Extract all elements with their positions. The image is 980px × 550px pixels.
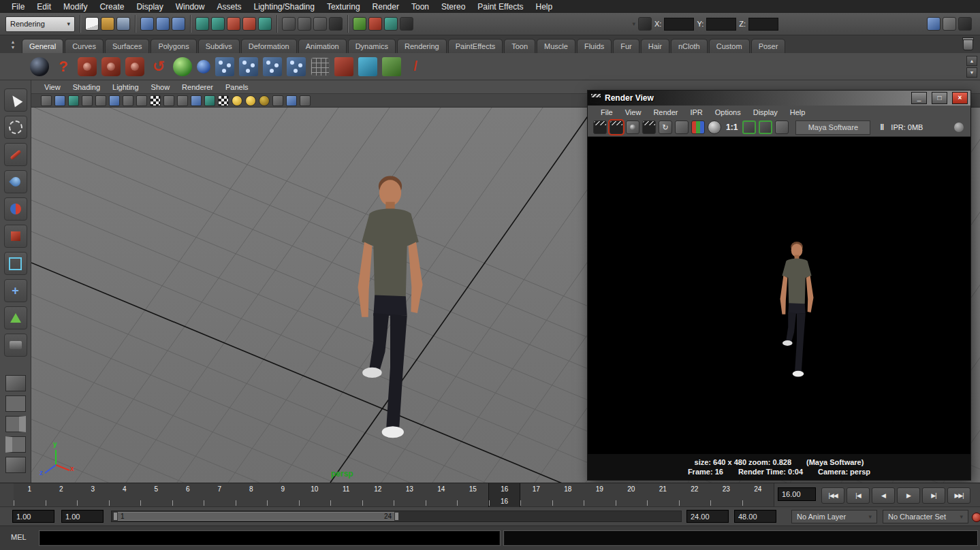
- render-view-menu-item[interactable]: IPR: [684, 108, 708, 116]
- select-object-icon[interactable]: [156, 17, 170, 31]
- image-plane-icon[interactable]: [68, 95, 79, 106]
- paint-select-tool-icon[interactable]: [4, 143, 27, 166]
- snap-to-projected-center-icon[interactable]: [242, 17, 256, 31]
- menu-item[interactable]: Display: [130, 2, 169, 12]
- shelf-scroll-up-icon[interactable]: ▲: [966, 56, 977, 66]
- timeline-frame-cell[interactable]: 6: [172, 483, 204, 507]
- exposure-icon[interactable]: [300, 95, 311, 106]
- panel-menu-item[interactable]: Lighting: [106, 83, 145, 91]
- xray-display-icon[interactable]: [286, 95, 297, 106]
- panel-menu-item[interactable]: Shading: [67, 83, 106, 91]
- menu-item[interactable]: Lighting/Shading: [247, 2, 320, 12]
- range-slider-trough[interactable]: 1 24: [111, 511, 682, 522]
- mel-script-toggle[interactable]: MEL: [11, 533, 27, 541]
- menu-item[interactable]: Window: [170, 2, 211, 12]
- show-channel-box-icon[interactable]: [958, 17, 972, 31]
- camera-icon[interactable]: [78, 57, 97, 76]
- dependency-node-icon[interactable]: [287, 57, 306, 76]
- open-render-settings-icon[interactable]: [742, 120, 756, 134]
- container-cube-icon[interactable]: [358, 57, 377, 76]
- redo-previous-render-icon[interactable]: [610, 120, 623, 134]
- menu-item[interactable]: Toon: [405, 2, 435, 12]
- render-view-menu-item[interactable]: View: [619, 108, 648, 116]
- render-view-menu-item[interactable]: Display: [747, 108, 784, 116]
- outliner-persp-layout-icon[interactable]: [5, 436, 26, 453]
- field-chart-icon[interactable]: [136, 95, 147, 106]
- shelf-tab[interactable]: Animation: [298, 39, 347, 53]
- timeline-frame-cell[interactable]: 15: [457, 483, 489, 507]
- absolute-transform-icon[interactable]: [638, 17, 652, 31]
- render-view-menu-item[interactable]: File: [595, 108, 619, 116]
- snap-together-icon[interactable]: [329, 17, 343, 31]
- minimize-button[interactable]: _: [911, 92, 927, 104]
- use-all-lights-icon[interactable]: [232, 95, 242, 106]
- snap-to-curve-icon[interactable]: [211, 17, 225, 31]
- gate-mask-icon[interactable]: [123, 95, 133, 106]
- playback-end-input[interactable]: [686, 510, 729, 523]
- timeline-frame-cell[interactable]: 24: [742, 483, 774, 507]
- shelf-tab[interactable]: Rendering: [397, 39, 447, 53]
- select-tool-icon[interactable]: [4, 88, 27, 112]
- show-attribute-editor-icon[interactable]: [927, 17, 941, 31]
- menu-item[interactable]: Create: [93, 2, 130, 12]
- playback-button[interactable]: |◀: [847, 487, 870, 504]
- current-time-input[interactable]: [778, 487, 816, 501]
- snapshot-sphere-icon[interactable]: [173, 57, 192, 76]
- camera-aim-icon[interactable]: [101, 57, 121, 76]
- help-icon[interactable]: ?: [54, 57, 73, 76]
- ipr-render-icon[interactable]: [368, 17, 382, 31]
- menu-item[interactable]: File: [5, 2, 31, 12]
- universal-manipulator-icon[interactable]: [4, 252, 27, 275]
- snapshot-icon[interactable]: [626, 120, 639, 134]
- bounding-box-icon[interactable]: [204, 95, 215, 106]
- shadows-icon[interactable]: [259, 95, 270, 106]
- ipr-render-frame-icon[interactable]: [642, 120, 656, 134]
- open-scene-icon[interactable]: [101, 17, 114, 31]
- timeline-frame-cell[interactable]: 18: [552, 483, 584, 507]
- menu-item[interactable]: Texturing: [321, 2, 366, 12]
- auto-keyframe-icon[interactable]: [972, 513, 980, 522]
- time-slider-ticks[interactable]: 123456789101112131415161718192021222324: [14, 483, 774, 507]
- render-current-frame-icon[interactable]: [353, 17, 366, 31]
- input-connections-icon[interactable]: [282, 17, 296, 31]
- shelf-tab[interactable]: Hair: [641, 39, 669, 53]
- timeline-frame-cell[interactable]: 2: [46, 483, 78, 507]
- z-input[interactable]: [748, 18, 778, 31]
- render-view-menu-item[interactable]: Options: [709, 108, 747, 116]
- timeline-frame-cell[interactable]: 5: [140, 483, 172, 507]
- timeline-frame-cell[interactable]: 8: [236, 483, 268, 507]
- maximize-button[interactable]: □: [932, 92, 947, 104]
- snap-to-view-plane-icon[interactable]: [258, 17, 272, 31]
- shelf-tab[interactable]: nCloth: [671, 39, 708, 53]
- timeline-frame-cell[interactable]: 22: [679, 483, 711, 507]
- shelf-tab[interactable]: Surfaces: [105, 39, 149, 53]
- menu-item[interactable]: Assets: [210, 2, 247, 12]
- bookmark-icon[interactable]: [54, 95, 65, 106]
- menu-item[interactable]: Help: [530, 2, 559, 12]
- isolate-select-icon[interactable]: [272, 95, 283, 106]
- shelf-tab[interactable]: Fluids: [577, 39, 612, 53]
- menu-item[interactable]: Paint Effects: [471, 2, 529, 12]
- character-model[interactable]: [326, 165, 455, 448]
- playback-button[interactable]: |◀◀: [821, 487, 844, 504]
- pause-ipr-icon[interactable]: ‖: [880, 123, 884, 132]
- cut-tool-icon[interactable]: /: [406, 57, 425, 76]
- select-component-icon[interactable]: [172, 17, 185, 31]
- camera-aim-up-icon[interactable]: [125, 57, 144, 76]
- poly-group-icon[interactable]: [382, 57, 401, 76]
- playback-start-input[interactable]: [61, 510, 104, 523]
- keep-image-icon[interactable]: [775, 120, 789, 134]
- lasso-select-tool-icon[interactable]: [4, 116, 27, 139]
- mel-command-input[interactable]: [39, 531, 500, 545]
- alpha-channel-icon[interactable]: [708, 120, 721, 134]
- timeline-frame-cell[interactable]: 4: [109, 483, 141, 507]
- show-tool-settings-icon[interactable]: [943, 17, 956, 31]
- trash-icon[interactable]: [963, 39, 973, 50]
- render-view-titlebar[interactable]: Render View _ □ ×: [588, 91, 970, 106]
- dag-node-icon[interactable]: [263, 57, 282, 76]
- render-view-menu-item[interactable]: Render: [647, 108, 684, 116]
- timeline-frame-cell[interactable]: 11: [330, 483, 362, 507]
- close-button[interactable]: ×: [952, 92, 968, 104]
- output-connections-icon[interactable]: [298, 17, 311, 31]
- panel-menu-item[interactable]: Show: [145, 83, 176, 91]
